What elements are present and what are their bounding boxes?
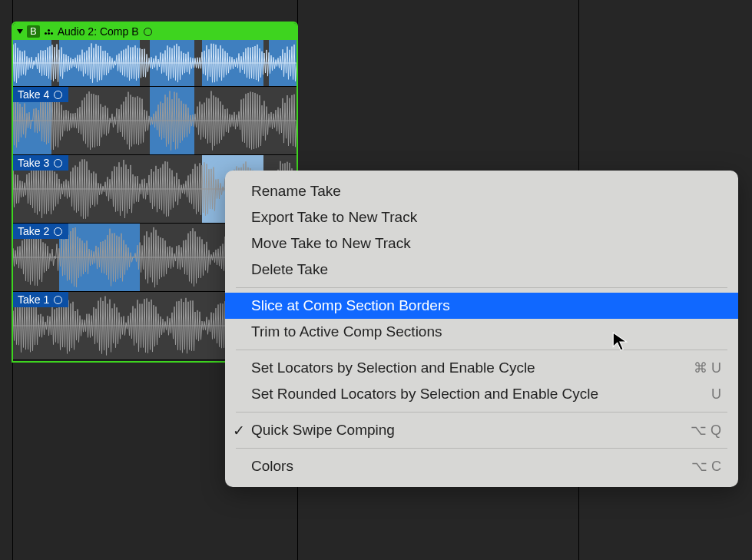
comp-menu-icon[interactable] <box>45 29 53 35</box>
loop-indicator-icon <box>54 296 62 304</box>
take-label[interactable]: Take 1 <box>13 292 68 307</box>
menu-item[interactable]: Set Rounded Locators by Selection and En… <box>225 381 738 407</box>
loop-indicator-icon <box>54 227 62 236</box>
menu-item-label: Quick Swipe Comping <box>251 422 395 439</box>
check-icon: ✓ <box>233 422 245 439</box>
menu-item[interactable]: ✓Quick Swipe Comping⌥ Q <box>225 417 738 443</box>
menu-shortcut: ⌥ Q <box>691 422 721 439</box>
menu-item-label: Export Take to New Track <box>251 209 417 226</box>
menu-item-label: Set Locators by Selection and Enable Cyc… <box>251 360 535 376</box>
take-label[interactable]: Take 3 <box>13 155 68 171</box>
context-menu: Rename TakeExport Take to New TrackMove … <box>225 171 738 487</box>
menu-item-label: Trim to Active Comp Sections <box>251 323 442 340</box>
loop-indicator-icon <box>144 28 152 36</box>
menu-item[interactable]: Colors⌥ C <box>225 453 738 479</box>
menu-separator <box>236 412 727 413</box>
menu-item-label: Rename Take <box>251 183 341 200</box>
take-label-text: Take 1 <box>18 293 49 306</box>
take-label[interactable]: Take 4 <box>13 87 68 102</box>
menu-item[interactable]: Move Take to New Track <box>225 230 738 257</box>
waveform <box>13 40 296 86</box>
loop-indicator-icon <box>54 159 62 167</box>
take-folder-title: Audio 2: Comp B <box>58 25 139 38</box>
menu-shortcut: ⌥ C <box>691 458 721 475</box>
menu-item-label: Colors <box>251 458 293 475</box>
menu-separator <box>236 350 727 350</box>
menu-item[interactable]: Export Take to New Track <box>225 204 738 230</box>
disclosure-triangle-icon[interactable] <box>17 29 23 34</box>
menu-item-label: Delete Take <box>251 261 328 278</box>
comp-badge[interactable]: B <box>27 25 40 38</box>
menu-item-label: Set Rounded Locators by Selection and En… <box>251 386 598 403</box>
comp-lane[interactable] <box>13 40 296 87</box>
take-label-text: Take 3 <box>18 157 49 169</box>
menu-item[interactable]: Delete Take <box>225 257 738 283</box>
menu-item-label: Move Take to New Track <box>251 235 411 252</box>
menu-separator <box>236 287 727 288</box>
take-label[interactable]: Take 2 <box>13 224 68 239</box>
menu-shortcut: U <box>711 386 721 403</box>
menu-item[interactable]: Set Locators by Selection and Enable Cyc… <box>225 355 738 381</box>
loop-indicator-icon <box>54 91 62 99</box>
menu-item[interactable]: Rename Take <box>225 178 738 204</box>
take-folder-header[interactable]: B Audio 2: Comp B <box>13 23 296 40</box>
menu-item-label: Slice at Comp Section Borders <box>251 297 450 314</box>
take-label-text: Take 4 <box>18 88 49 101</box>
take-label-text: Take 2 <box>18 225 49 237</box>
menu-shortcut: ⌘ U <box>694 360 721 376</box>
menu-item[interactable]: Slice at Comp Section Borders <box>225 293 738 319</box>
menu-separator <box>236 448 727 449</box>
take-lane[interactable]: Take 4 <box>13 87 296 155</box>
menu-item[interactable]: Trim to Active Comp Sections <box>225 319 738 345</box>
